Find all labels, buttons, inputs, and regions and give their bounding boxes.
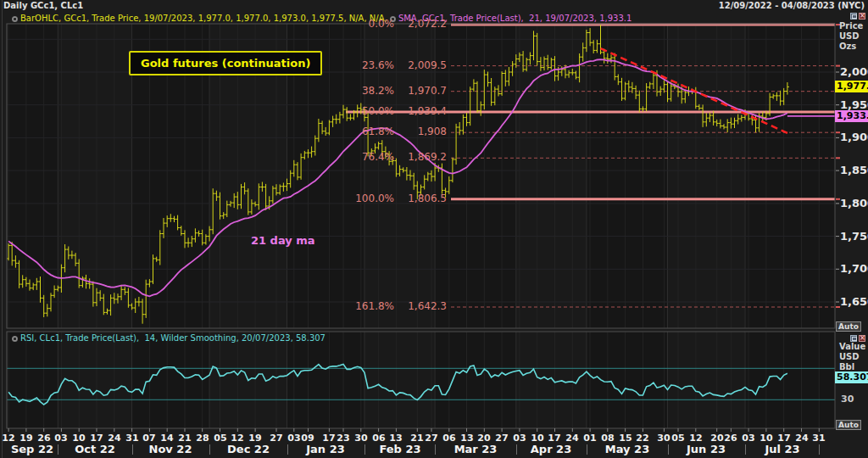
fib-value-label: 2,009.5 bbox=[390, 59, 447, 71]
price-tick-label: 1,850 bbox=[840, 164, 868, 176]
month-separator bbox=[132, 444, 133, 455]
close-panel-icon[interactable]: × bbox=[859, 13, 865, 20]
restore-panel-icon[interactable] bbox=[850, 335, 857, 342]
fib-value-label: 1,939.4 bbox=[390, 105, 447, 117]
rsi-legend[interactable]: RSI, CLc1, Trade Price(Last), 14, Wilder… bbox=[12, 333, 326, 343]
month-label: Mar 23 bbox=[446, 443, 505, 455]
fib-value-label: 1,869.2 bbox=[390, 151, 447, 163]
fib-value-label: 2,072.2 bbox=[390, 18, 447, 30]
month-separator bbox=[819, 444, 820, 455]
month-label: Apr 23 bbox=[521, 443, 581, 455]
month-label: Nov 22 bbox=[141, 443, 200, 455]
month-separator bbox=[364, 444, 365, 455]
fib-pct-label: 38.2% bbox=[333, 85, 394, 97]
fib-pct-label: 0.0% bbox=[333, 18, 394, 30]
month-separator bbox=[516, 444, 517, 455]
month-label: Feb 23 bbox=[370, 443, 430, 455]
ma-text-annotation: 21 day ma bbox=[251, 234, 315, 247]
fib-pct-label: 50.0% bbox=[333, 105, 394, 117]
window-title: Daily GCc1, CLc1 bbox=[3, 1, 83, 10]
date-range-label: 12/09/2022 - 04/08/2023 (NYC) bbox=[719, 1, 865, 10]
price-tick-label: 1,750 bbox=[840, 230, 868, 243]
month-label: Sep 22 bbox=[3, 443, 62, 455]
month-separator bbox=[58, 444, 58, 455]
day-tick-label: 31 bbox=[123, 433, 142, 444]
rsi-axis-auto-button[interactable]: Auto bbox=[836, 420, 861, 430]
main-axis-auto-button[interactable]: Auto bbox=[836, 321, 861, 332]
fib-pct-label: 61.8% bbox=[333, 126, 394, 137]
month-label: Jun 23 bbox=[676, 443, 736, 455]
day-tick-label: 31 bbox=[810, 433, 828, 444]
month-label: Jul 23 bbox=[753, 443, 812, 455]
month-separator bbox=[287, 444, 288, 455]
sma-value-badge: 1,933.1 bbox=[835, 110, 868, 122]
main-panel-window-controls: × bbox=[850, 13, 867, 20]
series-settings-icon[interactable] bbox=[12, 16, 18, 22]
chart-window: Daily GCc1, CLc1 12/09/2022 - 04/08/2023… bbox=[0, 0, 868, 458]
month-separator bbox=[435, 444, 436, 455]
fib-value-label: 1,642.3 bbox=[390, 300, 447, 312]
fib-value-label: 1,970.7 bbox=[390, 85, 447, 97]
month-label: May 23 bbox=[598, 443, 657, 455]
chart-annotation: Gold futures (continuation) bbox=[129, 51, 322, 75]
price-axis-title: Price USD Ozs bbox=[839, 21, 863, 52]
fib-pct-label: 23.6% bbox=[333, 59, 394, 71]
close-panel-icon[interactable]: × bbox=[859, 335, 865, 342]
rsi-legend-text[interactable]: RSI, CLc1, Trade Price(Last), 14, Wilder… bbox=[20, 333, 326, 343]
fib-pct-label: 76.4% bbox=[333, 151, 394, 163]
price-tick-label: 1,650 bbox=[840, 295, 868, 308]
series-settings-icon[interactable] bbox=[12, 336, 18, 342]
price-tick-label: 1,950 bbox=[840, 98, 868, 111]
fib-value-label: 1,908 bbox=[390, 126, 447, 137]
restore-panel-icon[interactable] bbox=[850, 13, 857, 20]
rsi-axis-title: Value USD Bbl bbox=[839, 342, 865, 372]
month-label: Oct 22 bbox=[65, 443, 125, 455]
price-tick-label: 1,800 bbox=[840, 197, 868, 209]
rsi-level-30-label: 30 bbox=[841, 394, 854, 405]
fib-pct-label: 161.8% bbox=[333, 300, 394, 312]
main-legend[interactable]: BarOHLC, GCc1, Trade Price, 19/07/2023, … bbox=[12, 14, 632, 23]
fib-pct-label: 100.0% bbox=[333, 193, 394, 204]
month-separator bbox=[587, 444, 587, 455]
price-tick-label: 1,900 bbox=[840, 131, 868, 143]
month-separator bbox=[745, 444, 746, 455]
ohlc-legend-text[interactable]: BarOHLC, GCc1, Trade Price, 19/07/2023, … bbox=[20, 14, 387, 23]
month-label: Jan 23 bbox=[296, 443, 355, 455]
month-separator bbox=[668, 444, 669, 455]
day-tick-label: 01 bbox=[581, 433, 599, 444]
rsi-value-badge: 58.307 bbox=[835, 371, 868, 383]
last-price-badge: 1,977.5 bbox=[835, 81, 868, 92]
fib-value-label: 1,806.5 bbox=[390, 193, 447, 204]
month-separator bbox=[209, 444, 210, 455]
price-tick-label: 1,700 bbox=[840, 262, 868, 275]
month-label: Dec 22 bbox=[219, 443, 278, 455]
price-tick-label: 2,000 bbox=[840, 65, 868, 78]
